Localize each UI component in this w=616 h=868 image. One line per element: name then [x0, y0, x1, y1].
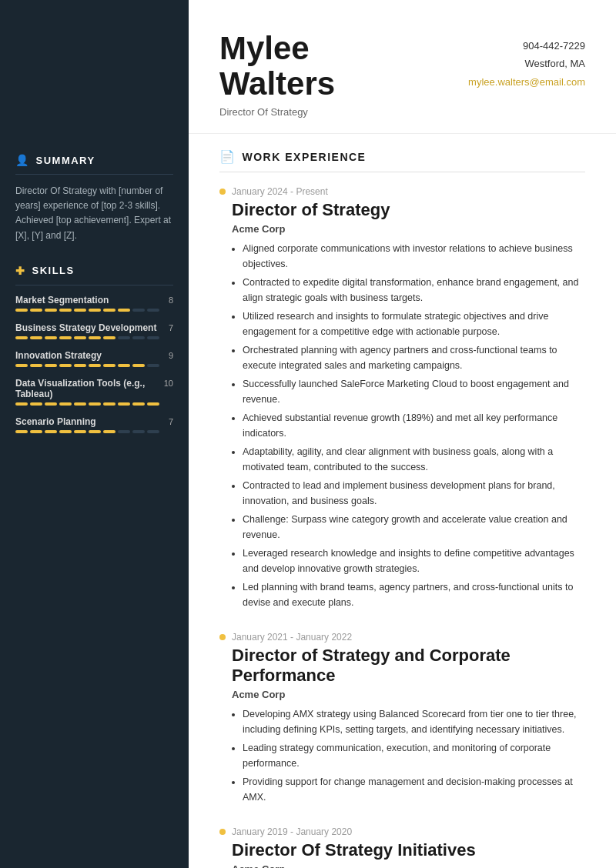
skill-item: Scenario Planning7	[15, 416, 173, 433]
bullet-item: Utilized research and insights to formul…	[243, 309, 585, 339]
skill-bar	[15, 309, 173, 312]
skills-list: Market Segmentation8Business Strategy De…	[15, 295, 173, 433]
job-date: January 2024 - Present	[219, 186, 585, 197]
briefcase-icon: 📄	[219, 149, 236, 164]
job-entry: January 2019 - January 2020Director Of S…	[219, 826, 585, 868]
bullet-item: Adaptability, agility, and clear alignme…	[243, 444, 585, 475]
job-entry: January 2024 - PresentDirector of Strate…	[219, 186, 585, 610]
job-company: Acme Corp	[219, 223, 585, 235]
skill-name: Innovation Strategy	[15, 350, 102, 361]
bullet-item: Leading strategy communication, executio…	[243, 740, 585, 771]
job-title: Director of Strategy and Corporate Perfo…	[219, 646, 585, 686]
job-date: January 2021 - January 2022	[219, 632, 585, 643]
skill-score: 7	[169, 323, 173, 332]
skill-score: 9	[169, 351, 173, 360]
skill-item: Innovation Strategy9	[15, 350, 173, 367]
job-company: Acme Corp	[219, 689, 585, 700]
job-company: Acme Corp	[219, 863, 585, 868]
skill-score: 8	[169, 295, 173, 305]
summary-text: Director Of Strategy with [number of yea…	[15, 184, 173, 243]
skill-bar	[15, 402, 173, 406]
email-link[interactable]: mylee.walters@email.com	[468, 76, 585, 88]
skill-item: Data Visualization Tools (e.g., Tableau)…	[15, 378, 173, 406]
header: Mylee Walters Director Of Strategy 904-4…	[189, 0, 616, 134]
bullet-item: Achieved substantial revenue growth (189…	[243, 410, 585, 441]
candidate-name: Mylee Walters	[219, 31, 335, 102]
job-title: Director Of Strategy Initiatives	[219, 840, 585, 860]
header-left: Mylee Walters Director Of Strategy	[219, 31, 335, 118]
bullet-item: Challenge: Surpass wine category growth …	[243, 512, 585, 542]
skill-name: Business Strategy Development	[15, 322, 156, 333]
skill-name: Data Visualization Tools (e.g., Tableau)	[15, 378, 164, 399]
bullet-item: Contracted to expedite digital transform…	[243, 275, 585, 305]
skill-score: 7	[169, 417, 173, 426]
bullet-item: Contracted to lead and implement busines…	[243, 478, 585, 509]
person-icon: 👤	[15, 154, 30, 166]
skill-item: Business Strategy Development7	[15, 322, 173, 339]
job-bullets: Aligned corporate communications with in…	[219, 241, 585, 610]
job-entry: January 2021 - January 2022Director of S…	[219, 632, 585, 805]
skill-score: 10	[164, 379, 173, 388]
summary-section: 👤 SUMMARY Director Of Strategy with [num…	[15, 154, 173, 243]
skill-name: Market Segmentation	[15, 295, 109, 305]
work-experience-title: 📄 WORK EXPERIENCE	[219, 149, 585, 164]
jobs-list: January 2024 - PresentDirector of Strate…	[219, 186, 585, 868]
work-experience-section: 📄 WORK EXPERIENCE January 2024 - Present…	[189, 149, 616, 868]
bullet-item: Led planning with brand teams, agency pa…	[243, 579, 585, 610]
bullet-item: Successfully launched SaleForce Marketin…	[243, 376, 585, 407]
summary-title: 👤 SUMMARY	[15, 154, 173, 166]
bullet-item: Providing support for change management …	[243, 774, 585, 805]
skills-section: ✚ SKILLS Market Segmentation8Business St…	[15, 265, 173, 433]
skills-icon: ✚	[15, 265, 26, 277]
bullet-item: Developing AMX strategy using Balanced S…	[243, 706, 585, 737]
location: Westford, MA	[468, 55, 585, 72]
main-content: Mylee Walters Director Of Strategy 904-4…	[189, 0, 616, 868]
skill-bar	[15, 430, 173, 433]
bullet-item: Orchestrated planning with agency partne…	[243, 342, 585, 373]
bullet-item: Aligned corporate communications with in…	[243, 241, 585, 272]
header-job-title: Director Of Strategy	[219, 106, 335, 118]
sidebar: 👤 SUMMARY Director Of Strategy with [num…	[0, 0, 189, 868]
skill-bar	[15, 336, 173, 339]
skills-title: ✚ SKILLS	[15, 265, 173, 277]
skill-bar	[15, 364, 173, 367]
skill-item: Market Segmentation8	[15, 295, 173, 312]
phone-number: 904-442-7229	[468, 37, 585, 55]
header-right: 904-442-7229 Westford, MA mylee.walters@…	[468, 31, 585, 91]
job-bullets: Developing AMX strategy using Balanced S…	[219, 706, 585, 805]
job-date: January 2019 - January 2020	[219, 826, 585, 837]
skill-name: Scenario Planning	[15, 416, 96, 427]
bullet-item: Leveraged research knowledge and insight…	[243, 546, 585, 576]
job-title: Director of Strategy	[219, 200, 585, 220]
